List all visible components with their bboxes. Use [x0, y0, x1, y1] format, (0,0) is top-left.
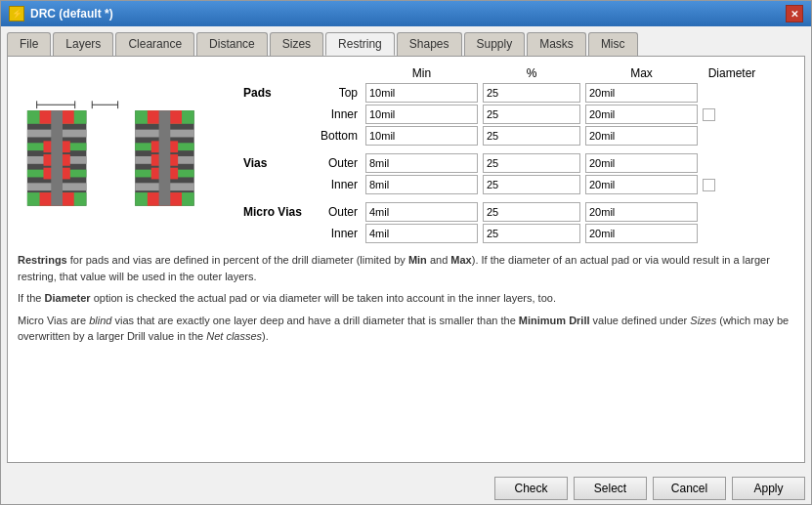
grid-area: Min % Max Diameter Pads Top — [243, 66, 794, 244]
pads-inner-min[interactable] — [365, 105, 478, 124]
description-area: Restrings for pads and vias are defined … — [18, 244, 794, 452]
microvias-inner-min[interactable] — [365, 224, 478, 243]
min-bold: Min — [408, 254, 427, 266]
microvias-inner-label: Inner — [312, 227, 365, 240]
vias-inner-max[interactable] — [585, 175, 698, 194]
title-bar-left: ⚡ DRC (default *) — [9, 6, 113, 21]
pads-inner-max[interactable] — [585, 105, 698, 124]
tab-restring[interactable]: Restring — [325, 32, 395, 56]
svg-rect-19 — [51, 110, 63, 206]
tab-layers[interactable]: Layers — [53, 32, 113, 56]
tab-content: Min % Max Diameter Pads Top — [7, 56, 805, 463]
description-para3: Micro Vias are blind vias that are exact… — [18, 313, 794, 345]
desc-p1-mid2: and — [427, 254, 450, 266]
microvias-inner-row: Inner — [243, 223, 794, 244]
pads-bottom-min[interactable] — [365, 126, 478, 146]
microvias-outer-max[interactable] — [585, 202, 698, 222]
restrings-bold: Restrings — [18, 254, 67, 266]
microvias-outer-label: Outer — [312, 205, 365, 219]
pads-bottom-row: Bottom — [243, 125, 794, 147]
vias-inner-min[interactable] — [365, 175, 478, 194]
pads-bottom-label: Bottom — [312, 129, 365, 143]
tab-sizes[interactable]: Sizes — [270, 32, 323, 56]
window-title: DRC (default *) — [30, 7, 113, 21]
pads-top-pct[interactable] — [483, 83, 580, 103]
vias-inner-checkbox[interactable] — [703, 179, 715, 191]
header-pct: % — [483, 66, 580, 80]
app-icon: ⚡ — [9, 6, 24, 21]
select-button[interactable]: Select — [574, 477, 647, 500]
tab-distance[interactable]: Distance — [196, 32, 268, 56]
pads-inner-checkbox[interactable] — [703, 108, 715, 121]
min-drill-bold: Minimum Drill — [519, 315, 590, 326]
header-diameter: Diameter — [703, 66, 761, 80]
sizes-italic: Sizes — [690, 315, 716, 326]
pads-top-label: Top — [312, 86, 365, 100]
pads-inner-pct[interactable] — [483, 105, 580, 124]
vias-outer-pct[interactable] — [483, 153, 580, 173]
column-headers: Min % Max Diameter — [243, 66, 794, 80]
vias-outer-min[interactable] — [365, 153, 478, 173]
tab-supply[interactable]: Supply — [464, 32, 526, 56]
apply-button[interactable]: Apply — [732, 477, 805, 500]
tab-masks[interactable]: Masks — [527, 32, 586, 56]
tab-clearance[interactable]: Clearance — [115, 32, 194, 56]
vias-inner-row: Inner — [243, 174, 794, 195]
main-area: Min % Max Diameter Pads Top — [18, 66, 794, 244]
desc-p3-mid: vias that are exactly one layer deep and… — [111, 315, 518, 326]
header-max: Max — [585, 66, 698, 80]
net-classes-italic: Net classes — [206, 330, 262, 342]
pads-top-min[interactable] — [365, 83, 478, 103]
desc-p2-prefix: If the — [18, 292, 45, 304]
tab-bar: File Layers Clearance Distance Sizes Res… — [7, 32, 805, 56]
header-min: Min — [365, 66, 478, 80]
diagram-area — [18, 66, 228, 244]
restring-diagram — [22, 92, 223, 219]
microvias-outer-pct[interactable] — [483, 202, 580, 222]
tab-misc[interactable]: Misc — [588, 32, 638, 56]
vias-inner-pct[interactable] — [483, 175, 580, 194]
title-bar: ⚡ DRC (default *) ✕ — [1, 1, 811, 26]
footer: Check Select Cancel Apply — [1, 469, 811, 504]
diameter-bold: Diameter — [45, 292, 91, 304]
check-button[interactable]: Check — [494, 477, 568, 500]
title-controls: ✕ — [786, 5, 803, 22]
cancel-button[interactable]: Cancel — [653, 477, 726, 500]
main-window: ⚡ DRC (default *) ✕ File Layers Clearanc… — [0, 0, 812, 505]
microvias-label: Micro Vias — [243, 205, 312, 219]
pads-bottom-max[interactable] — [585, 126, 698, 146]
desc-p1-mid1: for pads and vias are defined in percent… — [67, 254, 408, 266]
description-para2: If the Diameter option is checked the ac… — [18, 290, 794, 307]
vias-outer-max[interactable] — [585, 153, 698, 173]
microvias-outer-row: Micro Vias Outer — [243, 201, 794, 223]
vias-label: Vias — [243, 156, 312, 170]
pads-top-max[interactable] — [585, 83, 698, 103]
desc-p2-suffix: option is checked the actual pad or via … — [91, 292, 556, 304]
tab-file[interactable]: File — [7, 32, 51, 56]
vias-outer-label: Outer — [312, 156, 365, 170]
vias-inner-label: Inner — [312, 178, 365, 191]
svg-rect-33 — [159, 110, 171, 206]
pads-label: Pads — [243, 86, 312, 100]
pads-bottom-pct[interactable] — [483, 126, 580, 146]
microvias-inner-max[interactable] — [585, 224, 698, 243]
pads-top-row: Pads Top — [243, 82, 794, 104]
blind-italic: blind — [89, 315, 111, 326]
desc-p3-suffix: value defined under — [590, 315, 691, 326]
max-bold: Max — [450, 254, 471, 266]
tab-shapes[interactable]: Shapes — [397, 32, 462, 56]
close-button[interactable]: ✕ — [786, 5, 803, 22]
pads-inner-row: Inner — [243, 104, 794, 125]
content-area: File Layers Clearance Distance Sizes Res… — [1, 26, 811, 469]
pads-inner-label: Inner — [312, 107, 365, 121]
microvias-inner-pct[interactable] — [483, 224, 580, 243]
desc-p3-prefix: Micro Vias are — [18, 315, 89, 326]
microvias-outer-min[interactable] — [365, 202, 478, 222]
vias-outer-row: Vias Outer — [243, 152, 794, 174]
description-para1: Restrings for pads and vias are defined … — [18, 252, 794, 284]
desc-p3-final: ). — [262, 330, 269, 342]
